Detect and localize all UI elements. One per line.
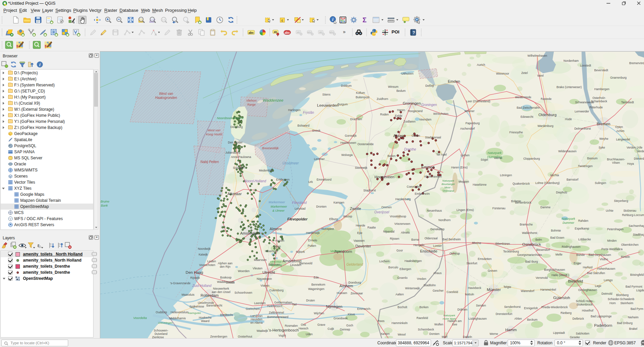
svg-text:Groesbeek: Groesbeek xyxy=(333,317,348,320)
svg-text:Heesch: Heesch xyxy=(298,327,308,330)
svg-text:Lübbecke: Lübbecke xyxy=(578,238,591,241)
svg-text:✱: ✱ xyxy=(33,33,35,37)
svg-text:Detmold: Detmold xyxy=(601,292,612,295)
svg-text:Oldenburg: Oldenburg xyxy=(538,113,557,117)
svg-text:Eibergen: Eibergen xyxy=(400,267,411,271)
svg-text:Steenwijk: Steenwijk xyxy=(355,166,368,169)
svg-text:Zevenbergen: Zevenbergen xyxy=(210,335,227,338)
svg-text:Arnhem: Arnhem xyxy=(340,284,353,288)
svg-text:ε: ε xyxy=(281,19,283,22)
svg-text:West van: West van xyxy=(159,92,173,96)
svg-text:Heerde: Heerde xyxy=(356,224,365,227)
svg-text:Hengelo: Hengelo xyxy=(413,243,424,247)
svg-text:Aalten: Aalten xyxy=(396,293,404,296)
svg-text:Julianadorp: Julianadorp xyxy=(225,151,241,154)
svg-text:Bösingfeld: Bösingfeld xyxy=(630,273,644,276)
svg-text:Emden: Emden xyxy=(448,79,460,83)
svg-text:Bohmte: Bohmte xyxy=(511,199,521,203)
svg-text:'s-Gravenzande: 's-Gravenzande xyxy=(170,282,191,285)
svg-text:Obernkirchen: Obernkirchen xyxy=(621,243,639,246)
svg-text:Assen: Assen xyxy=(393,134,404,138)
svg-text:Lingen (Ems): Lingen (Ems) xyxy=(456,208,474,212)
svg-text:Σ: Σ xyxy=(363,16,367,24)
svg-text:Hövelhof: Hövelhof xyxy=(582,309,594,312)
svg-text:Buitenpost: Buitenpost xyxy=(356,96,370,99)
svg-text:Uithuizen: Uithuizen xyxy=(401,72,413,75)
svg-text:Brakel: Brakel xyxy=(629,327,637,330)
svg-text:Aschendorf: Aschendorf xyxy=(460,127,475,130)
svg-text:Delbrück: Delbrück xyxy=(572,317,584,320)
svg-text:Gennep: Gennep xyxy=(340,328,350,331)
svg-text:Gnarrenburg: Gnarrenburg xyxy=(610,76,627,79)
svg-text:Westerstede: Westerstede xyxy=(515,96,531,99)
svg-text:ε: ε xyxy=(37,243,39,248)
svg-text:✱: ✱ xyxy=(44,33,47,37)
svg-text:Blomberg: Blomberg xyxy=(616,293,629,297)
svg-text:Drensteinfurt: Drensteinfurt xyxy=(495,312,512,316)
svg-text:Nijmegen: Nijmegen xyxy=(326,304,343,309)
svg-text:Hohe Mark: Hohe Mark xyxy=(442,317,456,320)
svg-text:Papenburg: Papenburg xyxy=(465,122,480,125)
svg-text:✱: ✱ xyxy=(22,33,24,37)
svg-text:Nieuwegein: Nieuwegein xyxy=(257,277,272,281)
svg-text:Lemgo: Lemgo xyxy=(604,278,613,282)
svg-text:Porta Westfalica: Porta Westfalica xyxy=(601,247,623,251)
svg-text:Hambergen: Hambergen xyxy=(594,87,610,91)
svg-text:Versmold: Versmold xyxy=(536,276,548,279)
svg-text:Stadtlohn: Stadtlohn xyxy=(424,284,436,287)
svg-text:Klazienaveen: Klazienaveen xyxy=(424,175,442,178)
svg-text:Bank: Bank xyxy=(101,204,108,207)
svg-text:Bourtanger: Bourtanger xyxy=(441,183,455,186)
svg-text:Bocholt: Bocholt xyxy=(398,305,407,309)
svg-text:Land van: Land van xyxy=(250,314,263,318)
svg-text:Maassluis: Maassluis xyxy=(182,293,194,296)
svg-text:Vught: Vught xyxy=(278,334,286,337)
svg-text:Horn: Horn xyxy=(610,301,616,305)
svg-text:Leer (Ostfriesland): Leer (Ostfriesland) xyxy=(466,100,490,103)
svg-text:Wilhelmshaven: Wilhelmshaven xyxy=(528,54,547,57)
svg-text:Varel: Varel xyxy=(537,74,544,77)
svg-text:Quakenbrück: Quakenbrück xyxy=(512,182,530,185)
svg-text:Alkmaar: Alkmaar xyxy=(227,192,242,196)
svg-text:Range: Range xyxy=(247,103,256,106)
svg-text:Emsdetten: Emsdetten xyxy=(478,257,491,261)
svg-text:Borne: Borne xyxy=(411,238,419,241)
svg-text:Nieheim: Nieheim xyxy=(628,316,639,319)
svg-text:Schermbeck: Schermbeck xyxy=(418,328,434,331)
svg-text:Rietberg: Rietberg xyxy=(561,311,572,315)
svg-text:See: See xyxy=(452,323,457,326)
svg-text:Rödinghausen: Rödinghausen xyxy=(562,245,581,248)
svg-text:Staphorst: Staphorst xyxy=(364,189,376,192)
svg-text:Xanten: Xanten xyxy=(380,332,390,336)
svg-text:Ter Apel: Ter Apel xyxy=(436,153,447,156)
svg-text:Bramsche: Bramsche xyxy=(520,223,533,226)
svg-text:Gescher: Gescher xyxy=(433,289,444,292)
svg-text:abc: abc xyxy=(307,31,312,34)
svg-text:Bommelerwaard: Bommelerwaard xyxy=(267,315,289,319)
svg-text:Vechta: Vechta xyxy=(550,174,559,177)
svg-text:Vleuten: Vleuten xyxy=(252,267,262,270)
svg-text:Petershagen: Petershagen xyxy=(607,228,624,231)
svg-text:i: i xyxy=(39,62,41,67)
svg-text:✱: ✱ xyxy=(55,33,58,37)
svg-text:Salzkotten: Salzkotten xyxy=(576,332,589,335)
svg-text:Havixbeck: Havixbeck xyxy=(468,286,481,290)
svg-text:Bennekom: Bennekom xyxy=(311,283,325,286)
svg-text:Anna Paulowna: Anna Paulowna xyxy=(231,155,251,159)
svg-text:Heusden: Heusden xyxy=(251,318,263,321)
svg-text:Goch: Goch xyxy=(346,324,353,327)
svg-text:Kollum: Kollum xyxy=(356,91,365,95)
svg-text:Dorsten: Dorsten xyxy=(429,332,439,336)
svg-text:Leiden: Leiden xyxy=(207,260,216,263)
svg-text:Barnstorf: Barnstorf xyxy=(567,178,579,181)
svg-text:Markermeer: Markermeer xyxy=(269,201,286,204)
svg-text:Vaassen: Vaassen xyxy=(354,239,365,242)
svg-text:Uchte: Uchte xyxy=(606,209,614,212)
svg-text:Nabij Petten: Nabij Petten xyxy=(200,160,219,164)
svg-text:Espelkamp: Espelkamp xyxy=(575,227,589,230)
svg-text:Rheda-Wiedenbrück: Rheda-Wiedenbrück xyxy=(541,305,568,309)
svg-text:Stukenbrock: Stukenbrock xyxy=(576,303,593,306)
svg-text:Rahden: Rahden xyxy=(578,219,588,222)
svg-text:Druten: Druten xyxy=(306,299,315,302)
svg-text:Lathen: Lathen xyxy=(461,154,470,157)
